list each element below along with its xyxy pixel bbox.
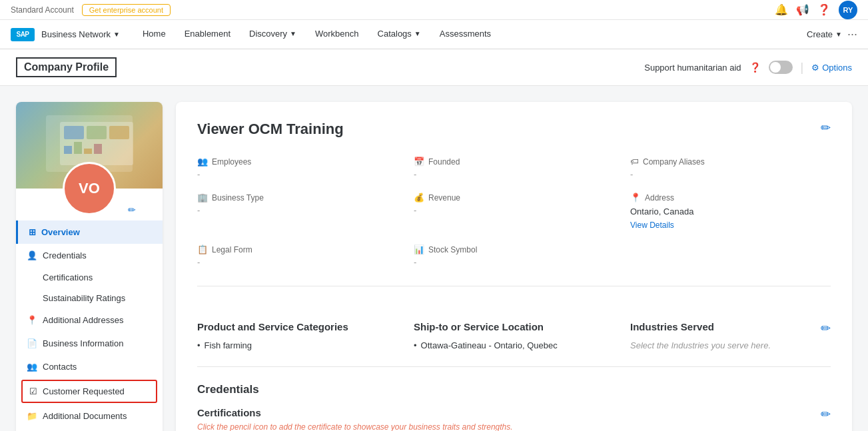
revenue-icon: 💰 [414,193,424,203]
navbar: SAP Business Network ▼ Home Enablement D… [0,20,868,49]
create-button[interactable]: Create ▼ [807,29,842,39]
catalogs-dropdown-icon: ▼ [414,30,421,37]
nav-right: Create ▼ ··· [807,27,857,41]
certifications-hint: Click the pencil icon to add the certifi… [197,422,513,431]
field-revenue: 💰 Revenue - [414,193,614,231]
avatar-wrapper: VO ✏ [16,162,163,215]
separator: | [801,61,804,75]
sidebar-item-additional-addresses[interactable]: 📍 Additional Addresses [16,308,163,332]
sidebar-item-contacts[interactable]: 👥 Contacts [16,355,163,378]
product-service-title: Product and Service Categories [197,321,398,332]
credentials-title: Credentials [197,383,831,396]
ship-bullet-icon: • [414,340,417,350]
view-details-link[interactable]: View Details [630,220,674,230]
aliases-value: - [630,169,831,179]
field-legal-form: 📋 Legal Form - [197,244,398,267]
credentials-icon: 👤 [27,250,37,260]
support-label: Support humanitarian aid [644,63,741,73]
main-layout: VO ✏ ⊞ Overview 👤 Credentials Certificat… [0,86,868,431]
bullet-icon: • [197,340,201,350]
founded-value: - [414,169,614,179]
brand-label: Business Network ▼ [41,29,120,39]
sidebar-nav: ⊞ Overview 👤 Credentials Certifications … [16,215,163,431]
addresses-icon: 📍 [27,315,37,325]
support-help-icon[interactable]: ❓ [749,62,761,73]
certifications-subsection: Certifications Click the pencil icon to … [197,407,831,431]
sidebar-item-additional-documents[interactable]: 📁 Additional Documents [16,404,163,428]
certifications-left: Certifications Click the pencil icon to … [197,407,513,431]
create-dropdown-icon: ▼ [835,31,842,38]
founded-icon: 📅 [414,157,424,167]
nav-home[interactable]: Home [133,20,175,49]
sidebar-item-overview[interactable]: ⊞ Overview [16,220,163,244]
customer-requested-icon: ☑ [29,386,37,396]
company-name: Viewer OCM Training [197,121,344,138]
industries-placeholder: Select the Industries you serve here. [630,340,831,350]
nav-catalogs[interactable]: Catalogs ▼ [368,20,430,49]
aliases-icon: 🏷 [630,157,639,167]
nav-links: Home Enablement Discovery ▼ Workbench Ca… [133,20,500,49]
ship-title: Ship-to or Service Location [414,321,614,332]
field-address: 📍 Address Ontario, Canada View Details [630,193,831,231]
company-edit-button[interactable]: ✏ [821,121,831,135]
notification-icon[interactable]: 🔔 [775,3,788,16]
info-grid: 👥 Employees - 📅 Founded - 🏷 Company Alia… [197,157,831,286]
revenue-value: - [414,205,614,215]
legal-form-value: - [197,257,398,267]
contacts-icon: 👥 [27,362,37,372]
avatar-edit-icon[interactable]: ✏ [128,205,136,215]
stock-symbol-icon: 📊 [414,244,424,254]
field-employees: 👥 Employees - [197,157,398,179]
product-item-0: • Fish farming [197,340,398,350]
nav-workbench[interactable]: Workbench [306,20,368,49]
field-aliases: 🏷 Company Aliases - [630,157,831,179]
business-info-icon: 📄 [27,338,37,348]
top-banner-right: 🔔 📢 ❓ RY [775,1,857,19]
stock-symbol-value: - [414,257,614,267]
ship-item-0: • Ottawa-Gatineau - Ontario, Quebec [414,340,614,350]
nav-discovery[interactable]: Discovery ▼ [240,20,306,49]
field-stock-symbol: 📊 Stock Symbol - [414,244,614,267]
documents-icon: 📁 [27,411,37,421]
enterprise-button[interactable]: Get enterprise account [82,4,171,16]
certifications-sub-title: Certifications [197,407,513,418]
industries-section: Industries Served ✏ Select the Industrie… [630,321,831,350]
account-type-label: Standard Account [11,5,74,15]
options-button[interactable]: ⚙ Options [811,63,852,73]
user-avatar[interactable]: RY [839,1,857,19]
alert-icon[interactable]: 📢 [796,3,809,16]
legal-form-icon: 📋 [197,244,208,254]
humanitarian-toggle[interactable] [769,61,793,74]
page-header-right: Support humanitarian aid ❓ | ⚙ Options [644,61,852,75]
sidebar-sub-certifications[interactable]: Certifications [16,267,163,288]
sections-row: Product and Service Categories • Fish fa… [197,305,831,367]
brand-dropdown-icon[interactable]: ▼ [113,31,120,38]
industries-title: Industries Served [630,321,714,332]
discovery-dropdown-icon: ▼ [290,30,296,37]
product-service-section: Product and Service Categories • Fish fa… [197,321,398,350]
field-business-type: 🏢 Business Type - [197,193,398,231]
certifications-edit-button[interactable]: ✏ [821,407,831,422]
nav-enablement[interactable]: Enablement [175,20,240,49]
sidebar-sub-sustainability[interactable]: Sustainability Ratings [16,288,163,308]
help-icon[interactable]: ❓ [817,3,831,16]
address-value: Ontario, Canada View Details [630,205,831,231]
industries-edit-button[interactable]: ✏ [821,321,831,336]
ship-section: Ship-to or Service Location • Ottawa-Gat… [414,321,614,350]
page-header: Company Profile Support humanitarian aid… [0,49,868,86]
employees-icon: 👥 [197,157,208,167]
field-founded: 📅 Founded - [414,157,614,179]
page-title: Company Profile [16,57,117,77]
sidebar-item-credentials[interactable]: 👤 Credentials [16,244,163,267]
overview-icon: ⊞ [29,227,36,237]
options-icon: ⚙ [811,63,819,73]
nav-assessments[interactable]: Assessments [430,20,500,49]
sidebar: VO ✏ ⊞ Overview 👤 Credentials Certificat… [16,102,163,431]
sap-logo: SAP [11,28,35,41]
sidebar-item-business-info[interactable]: 📄 Business Information [16,332,163,355]
sidebar-item-customer-requested[interactable]: ☑ Customer Requested [21,380,157,403]
business-type-icon: 🏢 [197,193,208,203]
more-button[interactable]: ··· [847,27,857,41]
credentials-section: Credentials Certifications Click the pen… [197,367,831,431]
main-content: Viewer OCM Training ✏ 👥 Employees - 📅 Fo… [176,102,852,431]
